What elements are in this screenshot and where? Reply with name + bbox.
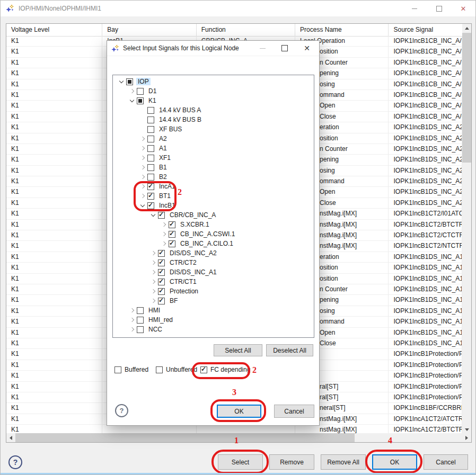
tree-item-ctr-ct2[interactable]: CTR/CT2 [113,258,314,267]
chevron-right-icon[interactable] [149,298,157,304]
tree-item-s-xcbr-1[interactable]: S.XCBR.1 [113,220,314,229]
tree-item-k1[interactable]: K1 [113,96,314,105]
tree-checkbox[interactable] [169,231,175,238]
chevron-right-icon[interactable] [138,183,146,190]
tree-checkbox[interactable] [137,307,144,314]
help-icon[interactable]: ? [8,455,22,469]
tree-item-hmi[interactable]: HMI [113,306,314,315]
tree-checkbox[interactable] [147,164,154,171]
column-header-process-name[interactable]: Process Name [295,24,389,36]
tree-checkbox[interactable] [147,116,154,123]
tree-checkbox[interactable] [126,78,133,85]
tree-checkbox[interactable] [147,155,154,162]
tree-item-ncc[interactable]: NCC [113,325,314,334]
tree-item-14-4-kv-bus-a[interactable]: 14.4 kV BUS A [113,105,314,115]
ok-button[interactable]: OK [372,454,417,470]
chevron-down-icon[interactable] [128,97,136,104]
cancel-button[interactable]: Cancel [424,454,468,470]
dialog-ok-button[interactable]: OK [217,405,261,418]
tree-item-inca1[interactable]: IncA1 [113,182,314,191]
tree-item-bf[interactable]: BF [113,296,314,306]
checkbox[interactable] [114,366,121,373]
option-unbuffered[interactable]: Unbuffered [155,366,197,373]
tree-checkbox[interactable] [147,136,154,142]
tree-checkbox[interactable] [147,107,154,114]
column-header-voltage-level[interactable]: Voltage Level [6,24,102,36]
chevron-right-icon[interactable] [138,155,146,161]
tree-item-iop[interactable]: IOP [113,77,314,86]
chevron-down-icon[interactable] [138,202,146,209]
chevron-down-icon[interactable] [149,212,157,218]
tree-checkbox[interactable] [147,174,154,181]
chevron-right-icon[interactable] [128,326,136,333]
tree-checkbox[interactable] [158,250,165,257]
column-header-source-signal[interactable]: Source Signal [389,24,462,36]
chevron-right-icon[interactable] [138,174,146,180]
tree-item-dis-ds-inc-a2[interactable]: DIS/DS_INC_A2 [113,248,314,258]
option-buffered[interactable]: Buffered [113,366,148,373]
tree-checkbox[interactable] [137,317,144,324]
dialog-help-icon[interactable]: ? [115,404,128,417]
scroll-right-arrow[interactable] [462,433,471,442]
tree-checkbox[interactable] [158,279,165,285]
maximize-button[interactable] [427,1,451,16]
chevron-right-icon[interactable] [138,164,146,171]
chevron-right-icon[interactable] [160,240,168,247]
chevron-right-icon[interactable] [160,221,168,228]
tree-checkbox[interactable] [158,212,165,219]
tree-checkbox[interactable] [137,326,144,333]
tree-item-protection[interactable]: Protection [113,286,314,296]
chevron-right-icon[interactable] [128,317,136,323]
tree-checkbox[interactable] [137,97,144,104]
tree-item-cbr-cb-inc-a[interactable]: CBR/CB_INC_A [113,210,314,220]
vertical-scrollbar[interactable] [462,24,471,434]
tree-item-dis-ds-inc-a1[interactable]: DIS/DS_INC_A1 [113,267,314,277]
close-button[interactable]: ✕ [451,1,475,16]
checkbox[interactable] [156,366,163,373]
tree-item-b2[interactable]: B2 [113,172,314,182]
tree-item-b1[interactable]: B1 [113,163,314,172]
select-button[interactable]: Select [218,454,263,470]
checkbox[interactable] [200,366,207,373]
tree-item-xf-bus[interactable]: XF BUS [113,124,314,134]
tree-checkbox[interactable] [147,202,154,209]
remove-all-button[interactable]: Remove All [321,454,366,470]
tree-checkbox[interactable] [147,145,154,152]
select-all-button[interactable]: Select All [214,344,262,356]
tree-item-cb-inc-a-cilo-1[interactable]: CB_INC_A.CILO.1 [113,239,314,248]
option-fc-depending[interactable]: FC depending [199,366,250,373]
chevron-right-icon[interactable] [128,88,136,94]
horizontal-scroll-thumb[interactable] [15,433,355,442]
tree-checkbox[interactable] [147,183,154,190]
chevron-right-icon[interactable] [160,231,168,237]
tree-checkbox[interactable] [147,193,154,200]
scroll-left-arrow[interactable] [6,433,15,442]
chevron-right-icon[interactable] [149,250,157,256]
chevron-right-icon[interactable] [149,259,157,266]
minimize-button[interactable] [402,1,427,16]
chevron-down-icon[interactable] [117,78,125,85]
dialog-close-button[interactable]: ✕ [296,41,318,56]
tree-item-ctr-ct1[interactable]: CTR/CT1 [113,277,314,286]
horizontal-scrollbar[interactable] [6,433,471,442]
tree-checkbox[interactable] [169,221,175,228]
tree-item-incb1[interactable]: IncB1 [113,201,314,210]
tree-checkbox[interactable] [147,126,154,133]
tree-item-14-4-kv-bus-b[interactable]: 14.4 kV BUS B [113,115,314,124]
tree-item-xf1[interactable]: XF1 [113,153,314,163]
tree-checkbox[interactable] [158,288,165,295]
tree-checkbox[interactable] [169,240,175,247]
dialog-maximize-button[interactable] [274,41,296,56]
vertical-scroll-thumb[interactable] [462,33,471,163]
dialog-cancel-button[interactable]: Cancel [274,405,314,418]
tree-checkbox[interactable] [137,88,144,95]
tree-item-a2[interactable]: A2 [113,134,314,144]
tree-item-cb-inc-a-cswi-1[interactable]: CB_INC_A.CSWI.1 [113,229,314,239]
chevron-right-icon[interactable] [138,136,146,142]
tree-item-bt1[interactable]: BT1 [113,191,314,201]
deselect-all-button[interactable]: Deselect All [266,344,313,356]
chevron-right-icon[interactable] [128,307,136,313]
column-header-bay[interactable]: Bay [102,24,196,36]
chevron-right-icon[interactable] [138,145,146,151]
chevron-right-icon[interactable] [149,279,157,285]
